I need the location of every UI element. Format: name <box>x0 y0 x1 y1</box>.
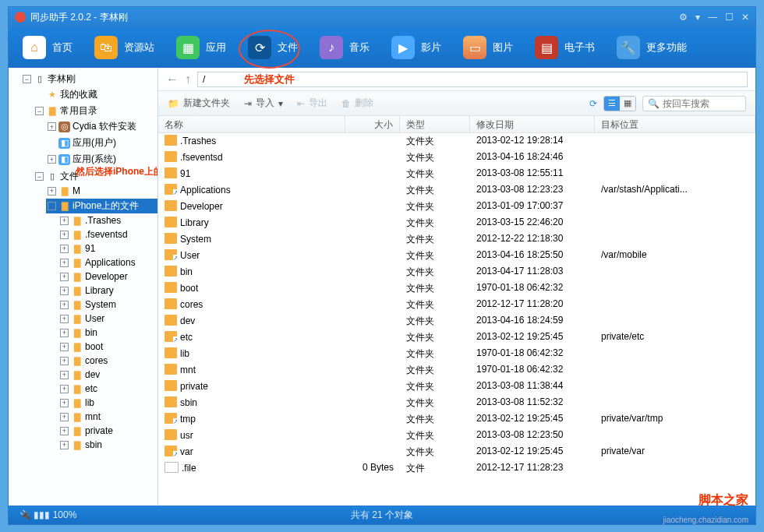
file-row[interactable]: .fseventsd文件夹2013-04-16 18:24:46 <box>158 150 755 166</box>
tree-app-user[interactable]: ◧应用(用户) <box>46 136 157 150</box>
up-icon[interactable]: ↑ <box>185 72 191 86</box>
file-row[interactable]: bin文件夹2013-04-17 11:28:03 <box>158 264 755 280</box>
watermark: 脚本之家 <box>699 492 748 509</box>
file-row[interactable]: private文件夹2013-03-08 11:38:44 <box>158 379 755 395</box>
file-row[interactable]: lib文件夹1970-01-18 06:42:32 <box>158 346 755 362</box>
file-row[interactable]: System文件夹2012-12-22 12:18:30 <box>158 231 755 248</box>
file-row[interactable]: sbin文件夹2013-03-08 11:52:32 <box>158 395 755 411</box>
tree-iphone-files[interactable]: −▇iPhone上的文件 <box>46 199 157 213</box>
window-title: 同步助手 2.0.2 - 李林刚 <box>30 11 128 24</box>
path-input[interactable]: /先选择文件 <box>197 72 748 87</box>
tree-common[interactable]: −▇常用目录 <box>34 104 157 118</box>
tree-app-sys[interactable]: +◧应用(系统) <box>46 152 157 167</box>
back-icon[interactable]: ← <box>166 72 179 86</box>
tree-item[interactable]: +▇lib <box>58 396 157 409</box>
file-row[interactable]: .file0 Bytes文件2012-12-17 11:28:23 <box>158 460 755 477</box>
file-row[interactable]: Library文件夹2013-03-15 22:46:20 <box>158 215 755 231</box>
import-button[interactable]: ⇥导入 ▾ <box>244 97 283 110</box>
minimize-icon[interactable]: — <box>708 12 717 23</box>
file-row[interactable]: usr文件夹2013-03-08 12:23:50 <box>158 428 755 444</box>
file-row[interactable]: var文件夹2013-02-12 19:25:45private/var <box>158 444 755 460</box>
tree-root[interactable]: −▯李林刚 <box>21 72 157 86</box>
grid-view-icon[interactable]: ▦ <box>620 97 635 111</box>
search-input[interactable] <box>663 98 741 109</box>
dropdown-icon[interactable]: ▾ <box>695 12 700 23</box>
trash-icon: 🗑 <box>341 98 351 109</box>
sidebar-tree[interactable]: −▯李林刚 ★我的收藏 −▇常用目录 +◎Cydia 软件安装 ◧应用(用户) … <box>9 68 158 506</box>
new-folder-button[interactable]: 📁新建文件夹 <box>168 97 230 110</box>
col-size[interactable]: 大小 <box>345 116 400 132</box>
tree-item[interactable]: +▇91 <box>58 242 157 255</box>
nav-apps[interactable]: ▦应用 <box>176 36 226 59</box>
tree-item[interactable]: +▇System <box>58 298 157 311</box>
tree-item[interactable]: +▇dev <box>58 368 157 381</box>
folder-icon <box>164 446 177 456</box>
tree-item[interactable]: +▇cores <box>58 354 157 367</box>
annotation-path: 先选择文件 <box>244 72 295 86</box>
tree-item[interactable]: +▇boot <box>58 340 157 353</box>
tree-filesystem[interactable]: −▯文件 <box>34 169 157 184</box>
file-list-header[interactable]: 名称 大小 类型 修改日期 目标位置 <box>158 116 755 133</box>
settings-icon[interactable]: ⚙ <box>679 12 688 23</box>
nav-files[interactable]: ⟳文件 <box>248 36 298 59</box>
file-row[interactable]: .Trashes文件夹2013-02-12 19:28:14 <box>158 133 755 150</box>
app-logo-icon <box>15 12 26 23</box>
nav-home[interactable]: ⌂首页 <box>23 36 73 59</box>
search-box[interactable]: 🔍 <box>642 96 746 111</box>
toolbar: 📁新建文件夹 ⇥导入 ▾ ⇤导出 🗑删除 ⟳ ☰▦ 🔍 <box>158 91 755 116</box>
folder-icon <box>164 429 177 440</box>
video-icon: ▶ <box>391 36 415 59</box>
folder-plus-icon: 📁 <box>168 98 179 109</box>
col-type[interactable]: 类型 <box>400 116 470 132</box>
export-icon: ⇤ <box>297 98 305 109</box>
file-row[interactable]: User文件夹2013-04-16 18:25:50/var/mobile <box>158 248 755 264</box>
import-icon: ⇥ <box>244 98 252 109</box>
tree-m[interactable]: +▇M <box>46 185 157 197</box>
file-row[interactable]: Applications文件夹2013-03-08 12:23:23/var/s… <box>158 182 755 199</box>
close-icon[interactable]: ✕ <box>741 12 749 23</box>
folder-icon <box>164 233 177 244</box>
export-button[interactable]: ⇤导出 <box>297 97 327 110</box>
folder-icon <box>164 364 177 375</box>
col-name[interactable]: 名称 <box>158 116 345 132</box>
nav-resources[interactable]: 🛍资源站 <box>94 36 154 59</box>
maximize-icon[interactable]: ☐ <box>725 12 734 23</box>
tree-item[interactable]: +▇Applications <box>58 256 157 269</box>
nav-more[interactable]: 🔧更多功能 <box>617 36 687 59</box>
tree-item[interactable]: +▇bin <box>58 326 157 339</box>
file-row[interactable]: boot文件夹1970-01-18 06:42:32 <box>158 280 755 297</box>
folder-icon <box>164 151 177 162</box>
tree-favorites[interactable]: ★我的收藏 <box>34 87 157 102</box>
tree-cydia[interactable]: +◎Cydia 软件安装 <box>46 119 157 134</box>
tree-item[interactable]: +▇.fseventsd <box>58 228 157 241</box>
tree-item[interactable]: +▇mnt <box>58 410 157 423</box>
file-row[interactable]: mnt文件夹1970-01-18 06:42:32 <box>158 362 755 379</box>
file-row[interactable]: dev文件夹2013-04-16 18:24:59 <box>158 313 755 329</box>
view-toggle[interactable]: ☰▦ <box>603 96 636 111</box>
nav-ebook[interactable]: ▤电子书 <box>535 36 595 59</box>
tree-item[interactable]: +▇sbin <box>58 439 157 451</box>
tree-item[interactable]: +▇Developer <box>58 270 157 283</box>
refresh-button[interactable]: ⟳ <box>589 98 597 109</box>
file-row[interactable]: etc文件夹2013-02-12 19:25:45private/etc <box>158 329 755 346</box>
delete-button[interactable]: 🗑删除 <box>341 97 373 110</box>
col-target[interactable]: 目标位置 <box>595 116 755 132</box>
tree-item[interactable]: +▇etc <box>58 382 157 395</box>
watermark-url: jiaocheng.chazidian.com <box>663 516 748 524</box>
title-bar: 同步助手 2.0.2 - 李林刚 ⚙ ▾ — ☐ ✕ <box>9 7 755 27</box>
nav-video[interactable]: ▶影片 <box>391 36 441 59</box>
col-date[interactable]: 修改日期 <box>470 116 595 132</box>
file-row[interactable]: cores文件夹2012-12-17 11:28:20 <box>158 297 755 313</box>
tree-item[interactable]: +▇.Trashes <box>58 214 157 227</box>
picture-icon: ▭ <box>463 36 486 59</box>
file-row[interactable]: Developer文件夹2013-01-09 17:00:37 <box>158 199 755 215</box>
nav-music[interactable]: ♪音乐 <box>320 36 370 59</box>
nav-pictures[interactable]: ▭图片 <box>463 36 513 59</box>
file-list[interactable]: .Trashes文件夹2013-02-12 19:28:14.fseventsd… <box>158 133 755 506</box>
file-row[interactable]: tmp文件夹2013-02-12 19:25:45private/var/tmp <box>158 411 755 428</box>
list-view-icon[interactable]: ☰ <box>604 97 620 111</box>
tree-item[interactable]: +▇private <box>58 425 157 437</box>
tree-item[interactable]: +▇Library <box>58 284 157 297</box>
tree-item[interactable]: +▇User <box>58 312 157 325</box>
file-row[interactable]: 91文件夹2013-03-08 12:55:11 <box>158 166 755 182</box>
